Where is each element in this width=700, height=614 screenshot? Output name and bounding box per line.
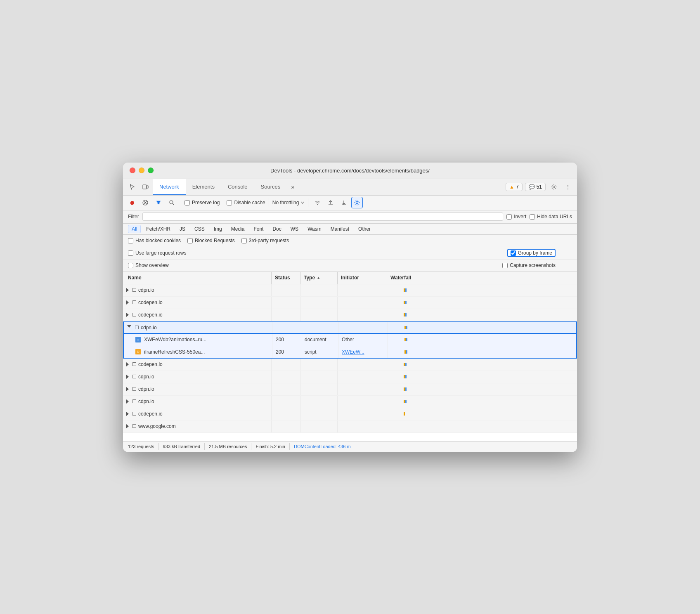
disable-cache-checkbox[interactable] — [227, 200, 232, 205]
col-status-header[interactable]: Status — [272, 272, 300, 284]
traffic-lights — [130, 168, 154, 173]
third-party-checkbox[interactable] — [241, 238, 247, 243]
table-row[interactable]: ☐ codepen.io — [123, 359, 577, 371]
settings-button[interactable] — [548, 181, 560, 193]
svg-point-6 — [170, 201, 173, 204]
devtools-window: DevTools - developer.chrome.com/docs/dev… — [123, 163, 577, 452]
collapse-icon[interactable] — [126, 424, 129, 428]
table-row-doc[interactable]: ≡ XWEeWdb?animations=ru... 200 document … — [123, 334, 577, 346]
filter-img[interactable]: Img — [210, 225, 226, 233]
clear-button[interactable] — [140, 197, 151, 208]
filter-js[interactable]: JS — [176, 225, 189, 233]
blocked-cookies-label[interactable]: Has blocked cookies — [128, 238, 181, 243]
status-bar: 123 requests 933 kB transferred 21.5 MB … — [123, 441, 577, 452]
filter-bar: Filter Invert Hide data URLs — [123, 210, 577, 224]
throttle-select[interactable]: No throttling — [272, 200, 305, 205]
requests-count: 123 requests — [128, 444, 154, 449]
row-name-8: ☐ cdpn.io — [123, 371, 272, 383]
invert-checkbox[interactable] — [506, 214, 512, 220]
upload-icon[interactable] — [325, 197, 336, 208]
invert-label[interactable]: Invert — [506, 214, 526, 220]
third-party-label[interactable]: 3rd-party requests — [241, 238, 289, 243]
show-overview-checkbox[interactable] — [128, 263, 133, 268]
table-row-script[interactable]: ⚙ iframeRefreshCSS-550ea... 200 script X… — [123, 346, 577, 359]
col-waterfall-header[interactable]: Waterfall — [387, 272, 577, 284]
group-by-frame-label[interactable]: Group by frame — [511, 250, 552, 256]
finish-time: Finish: 5.2 min — [255, 444, 285, 449]
filter-icon[interactable] — [153, 197, 164, 208]
row-name-6: ⚙ iframeRefreshCSS-550ea... — [124, 346, 272, 358]
hide-data-urls-label[interactable]: Hide data URLs — [530, 214, 572, 220]
blocked-cookies-checkbox[interactable] — [128, 238, 133, 243]
capture-screenshots-label[interactable]: Capture screenshots — [502, 262, 556, 268]
collapse-icon[interactable] — [126, 288, 129, 292]
collapse-icon[interactable] — [126, 313, 129, 317]
cursor-icon[interactable] — [126, 181, 138, 193]
minimize-button[interactable] — [139, 168, 144, 173]
col-type-header[interactable]: Type ▲ — [300, 272, 338, 284]
large-rows-checkbox[interactable] — [128, 250, 133, 256]
table-row[interactable]: ☐ cdpn.io — [123, 284, 577, 297]
more-options-button[interactable]: ⋮ — [562, 181, 574, 193]
svg-point-8 — [356, 202, 358, 204]
collapse-icon[interactable] — [126, 412, 129, 416]
warning-badge[interactable]: ▲ 7 — [506, 183, 523, 191]
table-row[interactable]: ☐ cdpn.io — [123, 371, 577, 383]
table-row[interactable]: ☐ cdpn.io — [123, 396, 577, 408]
message-badge[interactable]: 💬 51 — [525, 183, 546, 191]
close-button[interactable] — [130, 168, 135, 173]
record-button[interactable]: ⏺ — [126, 197, 138, 208]
table-row[interactable]: ☐ cdpn.io — [123, 383, 577, 396]
folder-icon-1: ☐ — [132, 287, 137, 293]
row-name-11: ☐ codepen.io — [123, 408, 272, 420]
table-row[interactable]: ☐ codepen.io — [123, 297, 577, 309]
table-row[interactable]: ☐ www.google.com — [123, 420, 577, 433]
search-button[interactable] — [166, 197, 177, 208]
filter-manifest[interactable]: Manifest — [327, 225, 353, 233]
preserve-log-checkbox[interactable] — [184, 200, 190, 205]
expand-icon[interactable] — [127, 325, 131, 330]
filter-fetch[interactable]: Fetch/XHR — [142, 225, 174, 233]
filter-media[interactable]: Media — [227, 225, 248, 233]
tab-console[interactable]: Console — [221, 179, 254, 195]
blocked-requests-label[interactable]: Blocked Requests — [187, 238, 235, 243]
collapse-icon[interactable] — [126, 399, 129, 404]
row-name-3: ☐ codepen.io — [123, 309, 272, 321]
tab-network[interactable]: Network — [153, 179, 186, 195]
group-by-frame-checkbox[interactable] — [511, 250, 516, 256]
network-settings-button[interactable] — [351, 197, 363, 208]
capture-screenshots-checkbox[interactable] — [502, 263, 508, 268]
collapse-icon[interactable] — [126, 387, 129, 391]
download-icon[interactable] — [338, 197, 350, 208]
hide-data-urls-checkbox[interactable] — [530, 214, 535, 220]
initiator-link[interactable]: XWEeW... — [342, 349, 364, 355]
filter-all[interactable]: All — [128, 225, 141, 233]
row-name-1: ☐ cdpn.io — [123, 284, 272, 296]
wifi-icon[interactable] — [312, 197, 323, 208]
preserve-log-label[interactable]: Preserve log — [184, 200, 220, 205]
col-name-header[interactable]: Name — [123, 272, 272, 284]
disable-cache-label[interactable]: Disable cache — [227, 200, 265, 205]
filter-css[interactable]: CSS — [191, 225, 208, 233]
tab-elements[interactable]: Elements — [186, 179, 221, 195]
device-icon[interactable] — [140, 181, 151, 193]
col-initiator-header[interactable]: Initiator — [338, 272, 387, 284]
more-tabs-button[interactable]: » — [287, 181, 298, 193]
table-row[interactable]: ☐ codepen.io — [123, 309, 577, 321]
filter-font[interactable]: Font — [250, 225, 267, 233]
collapse-icon[interactable] — [126, 300, 129, 305]
table-body: ☐ cdpn.io ☐ codepen.io — [123, 284, 577, 441]
filter-other[interactable]: Other — [355, 225, 374, 233]
filter-doc[interactable]: Doc — [269, 225, 285, 233]
table-row-selected-group[interactable]: ☐ cdpn.io — [123, 321, 577, 334]
blocked-requests-checkbox[interactable] — [187, 238, 193, 243]
large-rows-label[interactable]: Use large request rows — [128, 250, 186, 256]
show-overview-label[interactable]: Show overview — [128, 262, 342, 268]
filter-ws[interactable]: WS — [287, 225, 302, 233]
collapse-icon[interactable] — [126, 362, 129, 366]
maximize-button[interactable] — [148, 168, 154, 173]
table-row[interactable]: ☐ codepen.io — [123, 408, 577, 420]
tab-sources[interactable]: Sources — [254, 179, 287, 195]
collapse-icon[interactable] — [126, 375, 129, 379]
filter-wasm[interactable]: Wasm — [304, 225, 325, 233]
